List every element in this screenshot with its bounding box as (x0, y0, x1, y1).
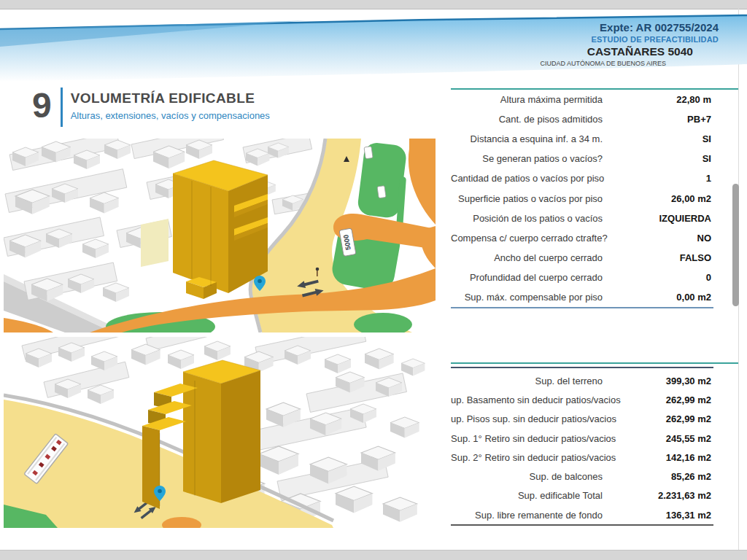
param-value: NO (603, 233, 711, 244)
table-row: Cantidad de patios o vacíos por piso1 (451, 168, 738, 188)
surface-value: 2.231,63 m2 (603, 490, 711, 501)
surface-value: 245,55 m2 (603, 433, 711, 444)
surface-label: Sup. del terreno (451, 376, 603, 386)
table-row: Se generan patios o vacíos?SI (451, 149, 738, 168)
table-row: Sup. 1° Retiro sin deducir patios/vacios… (451, 429, 738, 448)
map-3d-view-bottom (4, 337, 438, 528)
building-volume (173, 160, 268, 299)
table-row: Compensa c/ cuerpo cerrado ctrafte?NO (451, 228, 738, 248)
param-label: Altura máxima permitida (451, 94, 603, 105)
section-number: 9 (32, 85, 52, 127)
table-row: Sup. máx. compensable por piso0,00 m2 (451, 287, 738, 307)
table-row: Ancho del cuerpo cerradoFALSO (451, 248, 738, 268)
document-type: ESTUDIO DE PREFACTIBILIDAD (540, 36, 719, 47)
table-row: up. Pisos sup. sin deducir patios/vacios… (451, 410, 738, 429)
param-value: SI (603, 153, 711, 164)
param-value: 26,00 m2 (603, 193, 711, 204)
param-label: Cant. de pisos admitidos (451, 114, 603, 125)
surface-label: Sup. libre remanente de fondo (451, 510, 603, 521)
surface-label: Sup. 2° Retiro sin deducir patios/vacios (451, 452, 603, 463)
param-label: Sup. máx. compensable por piso (451, 292, 603, 303)
surface-label: Sup. de balcones (451, 471, 603, 482)
surface-label: Sup. 1° Retiro sin deducir patios/vacios (451, 433, 603, 444)
surface-value: 142,16 m2 (603, 452, 711, 463)
param-value: IZQUIERDA (603, 213, 711, 224)
project-address: CASTAÑARES 5040 (540, 46, 719, 60)
parameters-table: Altura máxima permitida22,80 m Cant. de … (451, 88, 738, 308)
table-row: Profundidad del cuerpo cerrado0 (451, 268, 738, 287)
table-row: Sup. del terreno399,30 m2 (451, 371, 738, 390)
project-city: CIUDAD AUTÓNOMA DE BUENOS AIRES (540, 61, 719, 67)
section-divider-bar (61, 88, 63, 127)
param-value: 0,00 m2 (603, 292, 711, 303)
surfaces-table: Sup. del terreno399,30 m2 up. Basamento … (451, 362, 738, 526)
table-bottom-rule (451, 307, 713, 308)
table-row: Sup. edificable Total2.231,63 m2 (451, 486, 738, 505)
map-3d-view-top: 5000 (4, 139, 436, 332)
param-value: PB+7 (603, 114, 711, 125)
table-row: up. Basamento sin deducir patios/vacios2… (451, 390, 738, 409)
table-row: Distancia a esquina inf. a 34 m.SI (451, 129, 738, 149)
param-value: FALSO (603, 252, 711, 263)
param-value: 22,80 m (603, 94, 711, 105)
table-row: Superficie patios o vacíos por piso26,00… (451, 188, 738, 208)
section-subtitle: Alturas, extensiones, vacíos y compensac… (71, 110, 270, 121)
table-row: Sup. de balcones85,26 m2 (451, 467, 738, 486)
section-title: VOLUMETRÍA EDIFICABLE (71, 90, 270, 106)
surface-value: 399,30 m2 (603, 376, 711, 386)
surface-label: up. Basamento sin deducir patios/vacios (451, 394, 603, 405)
document-header: Expte: AR 002755/2024 ESTUDIO DE PREFACT… (540, 22, 719, 67)
param-label: Superficie patios o vacíos por piso (451, 193, 603, 204)
param-label: Profundidad del cuerpo cerrado (451, 272, 603, 283)
table-row: Cant. de pisos admitidosPB+7 (451, 109, 738, 129)
param-label: Compensa c/ cuerpo cerrado ctrafte? (451, 233, 603, 244)
table-bottom-rule (451, 524, 713, 526)
surface-value: 85,26 m2 (603, 471, 711, 482)
param-label: Distancia a esquina inf. a 34 m. (451, 133, 603, 144)
window-top-edge (0, 0, 747, 9)
param-label: Se generan patios o vacíos? (451, 153, 603, 164)
param-value: 1 (603, 173, 711, 184)
window-bottom-edge (0, 550, 747, 560)
table-row: Posición de los patios o vacíosIZQUIERDA (451, 209, 738, 228)
param-label: Ancho del cuerpo cerrado (451, 252, 603, 263)
surface-label: Sup. edificable Total (451, 490, 603, 501)
table-row: Altura máxima permitida22,80 m (451, 90, 738, 109)
surface-label: up. Pisos sup. sin deducir patios/vacios (451, 413, 603, 424)
expediente-number: Expte: AR 002755/2024 (540, 22, 719, 36)
param-label: Cantidad de patios o vacíos por piso (451, 173, 603, 184)
surface-value: 136,31 m2 (603, 510, 711, 521)
surface-value: 262,99 m2 (603, 413, 711, 424)
vertical-scrollbar-thumb[interactable] (732, 184, 739, 306)
param-value: SI (603, 133, 711, 144)
param-label: Posición de los patios o vacíos (451, 213, 603, 224)
table-row: Sup. libre remanente de fondo136,31 m2 (451, 505, 738, 524)
table-row: Sup. 2° Retiro sin deducir patios/vacios… (451, 448, 738, 467)
param-value: 0 (603, 272, 711, 283)
surface-value: 262,99 m2 (603, 394, 711, 405)
section-header: 9 VOLUMETRÍA EDIFICABLE Alturas, extensi… (32, 85, 270, 127)
